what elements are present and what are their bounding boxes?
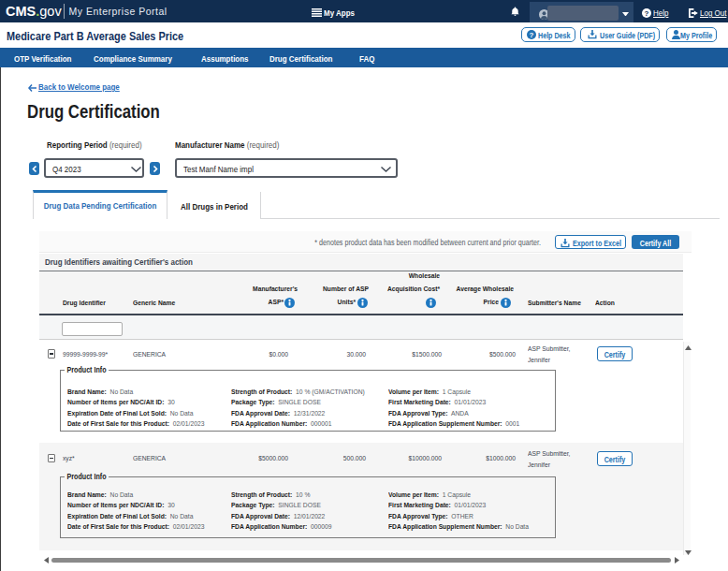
svg-text:?: ? <box>529 31 533 39</box>
svg-text:?: ? <box>645 8 649 17</box>
